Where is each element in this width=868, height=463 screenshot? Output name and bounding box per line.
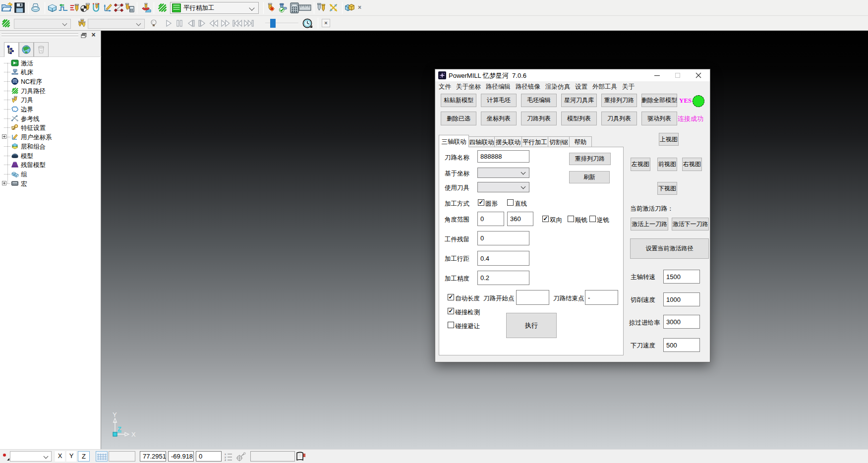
tab-4axis[interactable]: 四轴联动 (469, 136, 495, 147)
entity-lamp-icon[interactable] (149, 19, 158, 28)
activate-next-button[interactable]: 激活下一刀路 (672, 218, 709, 231)
toolpath-connections-icon[interactable] (92, 2, 102, 13)
tab-3axis[interactable]: 三轴联动 (439, 135, 469, 147)
tool-list-button[interactable]: 刀具列表 (601, 112, 637, 125)
view-right-button[interactable]: 右视图 (682, 158, 702, 171)
simulate-toolpath-icon[interactable] (141, 2, 152, 13)
speed-slider-handle[interactable] (270, 19, 276, 28)
menu-path-edit[interactable]: 路径编辑 (483, 81, 513, 91)
tree-item-workplanes[interactable]: 用户坐标系 (0, 132, 101, 142)
tab-saw[interactable]: 切割锯 (548, 136, 570, 147)
tab-explorer-trash[interactable] (34, 42, 49, 57)
maximize-button[interactable] (669, 69, 686, 81)
x-axis-button[interactable]: X (55, 451, 65, 462)
step-back-icon[interactable] (186, 19, 195, 28)
open-project-icon[interactable] (1, 2, 12, 13)
print-icon[interactable] (31, 2, 41, 13)
fast-forward-icon[interactable] (221, 19, 231, 28)
line-checkbox[interactable] (507, 199, 514, 206)
coord-x-field[interactable]: 77.2951 (140, 451, 166, 462)
tab-parallel[interactable]: 平行加工 (522, 136, 548, 147)
coord-z-field[interactable]: 0 (196, 451, 222, 462)
coord-combo[interactable] (477, 168, 529, 178)
menu-external-tools[interactable]: 外部工具 (590, 81, 620, 91)
spindle-input[interactable] (663, 270, 700, 284)
tab-explorer-globe[interactable] (19, 42, 34, 57)
tree-item-groups[interactable]: 组 (0, 170, 101, 179)
collision-checkbox[interactable] (448, 308, 454, 314)
angle-from-input[interactable] (477, 212, 504, 226)
y-axis-button[interactable]: Y (66, 451, 76, 462)
model-list-button[interactable]: 模型列表 (561, 112, 597, 125)
block-model-icon[interactable] (47, 2, 58, 13)
point-dropdown-icon[interactable] (1, 451, 10, 462)
tree-item-levels[interactable]: 层和组合 (0, 142, 101, 151)
menu-about-coords[interactable]: 关于坐标 (454, 81, 483, 91)
pause-icon[interactable] (175, 19, 184, 28)
panel-grip[interactable]: × (0, 31, 101, 41)
avoid-checkbox[interactable] (448, 322, 454, 328)
simulation-tool-combo[interactable] (88, 19, 145, 29)
leads-icon[interactable] (58, 2, 68, 13)
feeds-icon[interactable] (69, 2, 80, 13)
close-sim-toolbar-button[interactable]: × (322, 19, 330, 27)
tree-item-toolpaths[interactable]: 刀具路径 (0, 86, 101, 96)
tree-item-activate[interactable]: 激活 (0, 58, 101, 68)
view-front-button[interactable]: 前视图 (657, 158, 677, 171)
execute-button[interactable]: 执行 (506, 313, 557, 338)
play-icon[interactable] (164, 19, 173, 28)
float-panel-icon[interactable] (81, 33, 87, 38)
expand-icon[interactable] (2, 181, 6, 185)
tree-item-macros[interactable]: 宏 (0, 179, 101, 188)
tree-item-stock-models[interactable]: 残留模型 (0, 160, 101, 170)
menu-file[interactable]: 文件 (436, 81, 454, 91)
activate-prev-button[interactable]: 激活上一刀路 (631, 218, 668, 231)
toolpath-list-button[interactable]: 刀路列表 (521, 112, 557, 125)
bidir-checkbox[interactable] (542, 216, 549, 222)
tool-combo[interactable] (477, 182, 529, 192)
stock-input[interactable] (477, 231, 529, 245)
angle-to-input[interactable] (507, 212, 533, 226)
tree-item-models[interactable]: 模型 (0, 151, 101, 161)
toolpath-name-input[interactable] (477, 150, 529, 163)
tab-tilt[interactable]: 摆头联动 (495, 136, 522, 147)
tree-item-boundaries[interactable]: 边界 (0, 105, 101, 114)
tool-library-button[interactable]: 星河刀具库 (561, 94, 597, 107)
reorder-button[interactable]: 重排列刀路 (569, 153, 611, 165)
save-icon[interactable] (14, 2, 25, 13)
snap-icon[interactable] (236, 452, 246, 463)
cutting-input[interactable] (663, 292, 700, 306)
workplane-edit-icon[interactable] (103, 2, 113, 13)
menu-settings[interactable]: 设置 (573, 81, 590, 91)
grid-toggle-button[interactable] (96, 451, 108, 462)
xyz-list-icon[interactable]: xyz (225, 452, 233, 463)
paste-new-model-button[interactable]: 粘贴新模型 (441, 94, 476, 107)
coord-list-button[interactable]: 坐标列表 (481, 112, 517, 125)
tree-item-tools[interactable]: 刀具 (0, 95, 101, 105)
tool-icon[interactable] (80, 2, 91, 13)
calc-stock-button[interactable]: 计算毛坯 (481, 94, 517, 107)
circle-checkbox[interactable] (478, 199, 484, 206)
tree-item-nc-programs[interactable]: NC程序 (0, 77, 101, 86)
coord-y-field[interactable]: -69.918 (168, 451, 194, 462)
view-top-button[interactable]: 上视图 (659, 133, 679, 146)
climb-checkbox[interactable] (568, 216, 574, 222)
plunge-input[interactable] (663, 338, 700, 352)
rewind-icon[interactable] (209, 19, 219, 28)
delete-selected-button[interactable]: 删除已选 (441, 112, 476, 125)
tolerance-input[interactable] (477, 271, 529, 285)
menu-render-sim[interactable]: 渲染仿真 (543, 81, 573, 91)
expand-icon[interactable] (2, 134, 6, 139)
end-input[interactable] (585, 290, 618, 305)
skim-input[interactable] (663, 315, 700, 329)
statusbar-combo[interactable] (10, 451, 52, 462)
pause-log-icon[interactable] (295, 452, 305, 463)
tree-item-machine[interactable]: 机床 (0, 67, 101, 77)
autolen-checkbox[interactable] (448, 294, 454, 300)
stepover-input[interactable] (477, 251, 529, 266)
clock-icon[interactable] (302, 18, 312, 28)
set-active-path-button[interactable]: 设置当前激活路径 (630, 238, 709, 259)
close-button[interactable] (690, 69, 707, 81)
close-panel-icon[interactable]: × (90, 32, 97, 39)
go-to-start-icon[interactable] (232, 19, 243, 28)
